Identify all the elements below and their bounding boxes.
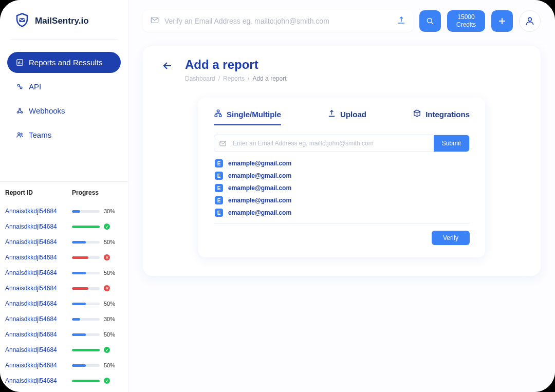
main-area: 15000 Credits Add a report Dashboard/Rep… bbox=[128, 0, 555, 392]
table-row[interactable]: Annaisdkkdjl54684✓ bbox=[0, 342, 128, 358]
nav-api[interactable]: API bbox=[7, 76, 121, 97]
table-row[interactable]: Annaisdkkdjl54684✓ bbox=[0, 373, 128, 388]
table-row[interactable]: Annaisdkkdjl54684✓ bbox=[0, 219, 128, 234]
check-icon: ✓ bbox=[104, 223, 110, 230]
progress-label: 50% bbox=[104, 270, 115, 276]
divider bbox=[10, 39, 118, 40]
progress-cell: 50% bbox=[72, 239, 123, 245]
credits-count: 15000 bbox=[457, 13, 474, 21]
progress-bar bbox=[72, 349, 100, 351]
reports-table: Report ID Progress Annaisdkkdjl5468430%A… bbox=[0, 181, 128, 392]
tab-integrations[interactable]: Integrations bbox=[413, 109, 470, 125]
progress-bar bbox=[72, 241, 100, 244]
breadcrumb: Dashboard/Reports/Add a report bbox=[185, 75, 286, 82]
report-id: Annaisdkkdjl54684 bbox=[5, 285, 72, 292]
progress-label: 30% bbox=[104, 208, 115, 214]
tab-upload[interactable]: Upload bbox=[327, 109, 366, 125]
svg-rect-13 bbox=[215, 115, 217, 117]
report-id: Annaisdkkdjl54684 bbox=[5, 346, 72, 353]
webhook-icon bbox=[15, 107, 24, 115]
progress-bar bbox=[72, 380, 100, 382]
crumb-reports[interactable]: Reports bbox=[223, 75, 245, 82]
tab-single-multiple[interactable]: Single/Multiple bbox=[214, 109, 281, 125]
email-text: emample@gmail.com bbox=[228, 160, 291, 167]
progress-cell: ✓ bbox=[72, 378, 123, 384]
email-badge-icon: E bbox=[215, 196, 223, 204]
table-row[interactable]: Annaisdkkdjl5468450% bbox=[0, 234, 128, 250]
email-input[interactable] bbox=[231, 135, 434, 152]
list-item[interactable]: Eemample@gmail.com bbox=[214, 207, 470, 219]
list-item[interactable]: Eemample@gmail.com bbox=[214, 170, 470, 182]
topbar: 15000 Credits bbox=[143, 10, 541, 32]
search-input[interactable] bbox=[164, 17, 392, 25]
back-arrow-icon[interactable] bbox=[161, 60, 174, 74]
nav-label: Teams bbox=[29, 130, 51, 139]
list-item[interactable]: Eemample@gmail.com bbox=[214, 157, 470, 170]
progress-cell: ✕ bbox=[72, 254, 123, 260]
header-progress: Progress bbox=[72, 189, 123, 196]
table-row[interactable]: Annaisdkkdjl54684✕ bbox=[0, 281, 128, 296]
app-frame: MailSentry.io Reports and Ressults API bbox=[0, 0, 555, 392]
tab-label: Upload bbox=[340, 110, 366, 119]
email-badge-icon: E bbox=[215, 184, 223, 192]
chart-icon bbox=[15, 59, 24, 67]
brand-name: MailSentry.io bbox=[35, 16, 89, 26]
brand: MailSentry.io bbox=[0, 0, 128, 39]
progress-bar bbox=[72, 333, 100, 336]
report-id: Annaisdkkdjl54684 bbox=[5, 269, 72, 276]
svg-rect-12 bbox=[217, 110, 219, 112]
progress-cell: 50% bbox=[72, 362, 123, 368]
credits-button[interactable]: 15000 Credits bbox=[447, 10, 485, 32]
email-text: emample@gmail.com bbox=[228, 172, 291, 179]
add-button[interactable] bbox=[491, 10, 513, 32]
upload-icon[interactable] bbox=[397, 15, 406, 27]
progress-bar bbox=[72, 256, 100, 259]
plug-icon bbox=[15, 83, 24, 91]
svg-point-8 bbox=[21, 133, 22, 135]
table-row[interactable]: Annaisdkkdjl5468430% bbox=[0, 311, 128, 327]
svg-point-7 bbox=[17, 133, 20, 135]
error-icon: ✕ bbox=[104, 254, 110, 260]
verify-button[interactable]: Verify bbox=[432, 231, 470, 245]
progress-cell: 50% bbox=[72, 270, 123, 276]
nav-teams[interactable]: Teams bbox=[7, 124, 121, 145]
table-row[interactable]: Annaisdkkdjl5468450% bbox=[0, 296, 128, 311]
report-id: Annaisdkkdjl54684 bbox=[5, 315, 72, 323]
email-badge-icon: E bbox=[215, 209, 223, 217]
svg-rect-14 bbox=[219, 115, 221, 117]
search-bar[interactable] bbox=[143, 10, 413, 32]
progress-cell: 50% bbox=[72, 301, 123, 307]
progress-cell: 30% bbox=[72, 316, 123, 322]
list-item[interactable]: Eemample@gmail.com bbox=[214, 182, 470, 194]
nav-reports[interactable]: Reports and Ressults bbox=[7, 52, 121, 73]
sitemap-icon bbox=[214, 109, 223, 119]
avatar-button[interactable] bbox=[519, 10, 541, 32]
progress-bar bbox=[72, 303, 100, 305]
table-row[interactable]: Annaisdkkdjl5468430% bbox=[0, 203, 128, 219]
report-id: Annaisdkkdjl54684 bbox=[5, 238, 72, 246]
submit-button[interactable]: Submit bbox=[434, 135, 469, 152]
progress-cell: 50% bbox=[72, 331, 123, 338]
email-text: emample@gmail.com bbox=[228, 209, 291, 216]
table-row[interactable]: Annaisdkkdjl5468450% bbox=[0, 327, 128, 342]
nav-label: API bbox=[29, 82, 41, 91]
check-icon: ✓ bbox=[104, 347, 110, 353]
list-item[interactable]: Eemample@gmail.com bbox=[214, 194, 470, 207]
users-icon bbox=[15, 131, 24, 139]
nav-webhooks[interactable]: Webhooks bbox=[7, 100, 121, 121]
nav-label: Reports and Ressults bbox=[29, 58, 102, 67]
cube-icon bbox=[413, 109, 421, 119]
search-button[interactable] bbox=[419, 10, 441, 32]
upload-icon bbox=[327, 109, 336, 119]
table-row[interactable]: Annaisdkkdjl5468450% bbox=[0, 265, 128, 281]
email-text: emample@gmail.com bbox=[228, 184, 291, 192]
table-row[interactable]: Annaisdkkdjl5468450% bbox=[0, 358, 128, 373]
crumb-dashboard[interactable]: Dashboard bbox=[185, 75, 215, 82]
progress-label: 50% bbox=[104, 362, 115, 368]
report-id: Annaisdkkdjl54684 bbox=[5, 377, 72, 384]
sidebar: MailSentry.io Reports and Ressults API bbox=[0, 0, 128, 392]
table-body: Annaisdkkdjl5468430%Annaisdkkdjl54684✓An… bbox=[0, 203, 128, 388]
table-header: Report ID Progress bbox=[0, 182, 128, 203]
table-row[interactable]: Annaisdkkdjl54684✕ bbox=[0, 250, 128, 265]
progress-cell: ✓ bbox=[72, 347, 123, 353]
